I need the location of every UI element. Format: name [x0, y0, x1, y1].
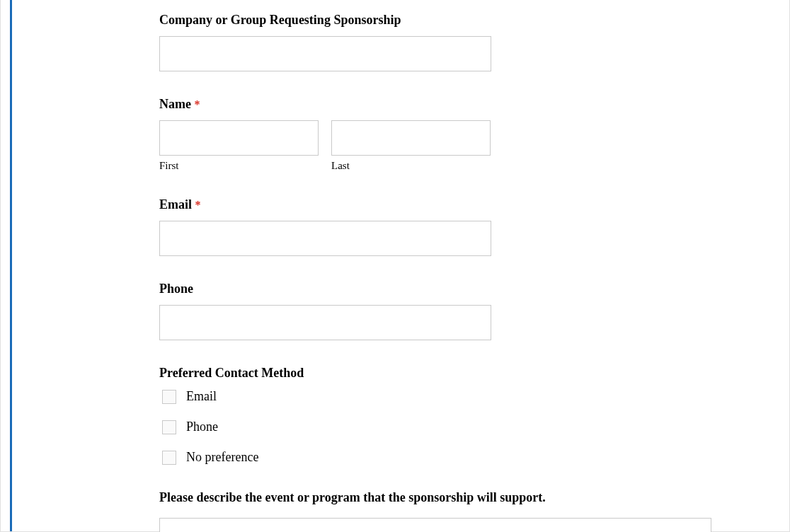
email-label: Email *: [159, 197, 789, 212]
last-sublabel: Last: [331, 160, 491, 172]
contact-email-checkbox[interactable]: [162, 390, 176, 404]
name-label-text: Name: [159, 97, 191, 111]
contact-phone-label[interactable]: Phone: [186, 420, 218, 434]
contact-nopref-label[interactable]: No preference: [186, 450, 258, 465]
field-name: Name * First Last: [159, 97, 789, 172]
contact-phone-checkbox[interactable]: [162, 420, 176, 434]
required-indicator: *: [194, 98, 200, 110]
form-page: Company or Group Requesting Sponsorship …: [0, 0, 790, 532]
accent-bar: [10, 0, 12, 531]
name-last-col: Last: [331, 120, 491, 172]
first-name-input[interactable]: [159, 120, 319, 156]
describe-label: Please describe the event or program tha…: [159, 490, 789, 505]
email-input[interactable]: [159, 221, 491, 256]
contact-option-phone: Phone: [159, 420, 789, 434]
name-row: First Last: [159, 120, 789, 172]
field-contact-method: Preferred Contact Method Email Phone No …: [159, 366, 789, 465]
form-content: Company or Group Requesting Sponsorship …: [1, 0, 789, 532]
email-label-text: Email: [159, 197, 192, 212]
field-phone: Phone: [159, 282, 789, 340]
contact-option-nopref: No preference: [159, 450, 789, 465]
company-input[interactable]: [159, 36, 491, 71]
name-first-col: First: [159, 120, 319, 172]
name-label: Name *: [159, 97, 789, 112]
contact-nopref-checkbox[interactable]: [162, 451, 176, 465]
contact-email-label[interactable]: Email: [186, 389, 217, 404]
required-indicator: *: [195, 199, 201, 211]
describe-textarea[interactable]: [159, 518, 711, 532]
first-sublabel: First: [159, 160, 319, 172]
field-describe: Please describe the event or program tha…: [159, 490, 789, 532]
field-email: Email *: [159, 197, 789, 256]
phone-label: Phone: [159, 282, 789, 296]
phone-input[interactable]: [159, 305, 491, 340]
company-label: Company or Group Requesting Sponsorship: [159, 13, 789, 28]
contact-method-label: Preferred Contact Method: [159, 366, 789, 381]
contact-option-email: Email: [159, 389, 789, 404]
contact-method-options: Email Phone No preference: [159, 389, 789, 465]
field-company: Company or Group Requesting Sponsorship: [159, 13, 789, 71]
last-name-input[interactable]: [331, 120, 491, 156]
